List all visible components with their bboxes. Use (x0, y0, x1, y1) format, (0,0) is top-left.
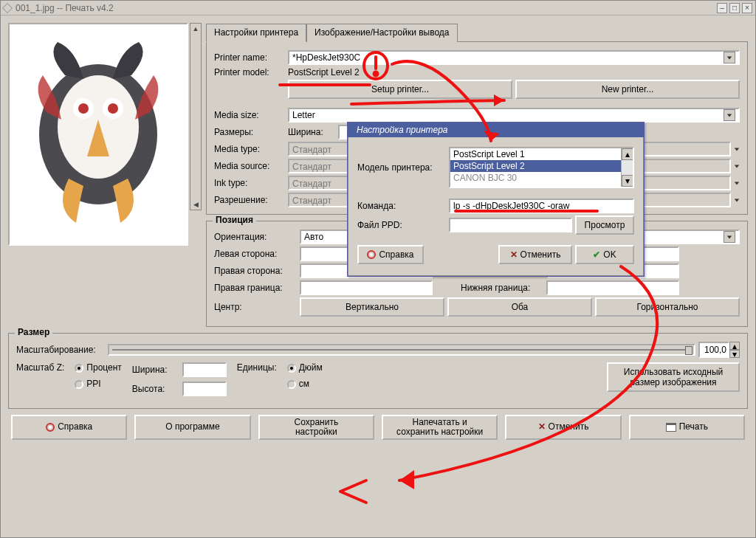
center-label: Центр: (214, 302, 297, 312)
chevron-down-icon[interactable] (734, 178, 740, 188)
tab-image-output[interactable]: Изображение/Настройки вывода (306, 24, 457, 42)
print-and-save-button[interactable]: Напечатать и сохранить настройки (382, 415, 498, 440)
up-arrow-icon[interactable]: ▲ (193, 25, 199, 32)
scaling-value-input[interactable] (698, 342, 729, 358)
svg-marker-13 (727, 235, 732, 238)
size-legend: Размер (15, 327, 52, 337)
command-label: Команда: (357, 201, 446, 211)
svg-marker-8 (727, 114, 732, 117)
scaling-spinner[interactable]: ▴▾ (698, 342, 740, 358)
window-menu-icon[interactable] (2, 2, 13, 13)
save-settings-button[interactable]: Сохранить настройки (258, 415, 374, 440)
printer-setup-dialog: Настройка принтера Модель принтера: Post… (347, 122, 645, 277)
help-button[interactable]: Справка (11, 415, 127, 440)
dimensions-label: Размеры: (214, 127, 285, 137)
dialog-ok-button[interactable]: ✔OK (575, 245, 634, 264)
media-size-label: Media size: (214, 110, 285, 120)
orientation-label: Ориентация: (214, 232, 297, 242)
print-icon (666, 423, 676, 432)
close-button[interactable]: × (742, 3, 752, 13)
svg-marker-7 (727, 56, 732, 59)
list-item[interactable]: CANON BJC 30 (450, 172, 633, 184)
window-title: 001_1.jpg -- Печать v4.2 (16, 3, 715, 13)
cancel-button[interactable]: ✕Отменить (505, 415, 621, 440)
cancel-icon: ✕ (510, 249, 518, 260)
help-icon (46, 423, 55, 432)
ppd-file-input[interactable] (449, 218, 572, 232)
up-arrow-icon[interactable]: ▴ (622, 148, 633, 160)
about-button[interactable]: О программе (134, 415, 250, 440)
right-border-label: Правая граница: (214, 283, 297, 293)
printer-model-label: Printer model: (214, 67, 285, 77)
right-side-label: Правая сторона: (214, 266, 297, 276)
units-label: Единицы: (237, 362, 277, 373)
tab-printer-settings[interactable]: Настройки принтера (206, 24, 306, 42)
dialog-titlebar[interactable]: Настройка принтера (348, 123, 644, 137)
chevron-down-icon[interactable] (724, 231, 735, 243)
chevron-down-icon[interactable] (724, 52, 735, 63)
printer-model-listbox[interactable]: PostScript Level 1 PostScript Level 2 CA… (449, 147, 634, 188)
preview-image (24, 38, 172, 230)
media-size-combo[interactable]: Letter (288, 108, 740, 123)
scalez-label: Масштаб Z: (16, 362, 64, 373)
width-label: Ширина: (288, 127, 335, 137)
cancel-icon: ✕ (538, 422, 546, 432)
svg-point-5 (108, 103, 118, 114)
size-height-input[interactable] (182, 382, 227, 396)
chevron-down-icon[interactable] (734, 144, 740, 154)
svg-marker-12 (735, 199, 739, 201)
spin-down-icon[interactable]: ▾ (729, 350, 740, 358)
maximize-button[interactable]: □ (729, 3, 740, 13)
preview-scrollbar[interactable]: ▲ ◀ (190, 23, 202, 210)
main-window: { "window": { "title": "001_1.jpg -- Печ… (0, 0, 756, 538)
center-horizontal-button[interactable]: Горизонтально (595, 297, 740, 317)
bottom-border-input[interactable] (546, 280, 679, 295)
chevron-down-icon[interactable] (734, 161, 740, 171)
browse-button[interactable]: Просмотр (575, 215, 634, 235)
model-label: Модель принтера: (357, 162, 446, 173)
scaling-slider[interactable] (108, 344, 695, 356)
resolution-label: Разрешение: (214, 195, 285, 205)
printer-model-value: PostScript Level 2 (288, 67, 360, 77)
command-input[interactable] (449, 199, 634, 213)
new-printer-button[interactable]: New printer... (515, 80, 740, 99)
printer-name-label: Printer name: (214, 52, 285, 63)
list-item[interactable]: PostScript Level 1 (450, 148, 633, 160)
radio-ppi[interactable] (75, 380, 83, 389)
ink-type-label: Ink type: (214, 178, 285, 188)
media-source-label: Media source: (214, 161, 285, 171)
svg-point-3 (78, 103, 89, 114)
dialog-help-button[interactable]: Справка (357, 245, 424, 264)
setup-printer-button[interactable]: Setup printer... (288, 80, 512, 99)
media-type-label: Media type: (214, 144, 285, 154)
left-arrow-icon[interactable]: ◀ (193, 201, 199, 208)
down-arrow-icon[interactable]: ▾ (622, 175, 633, 187)
use-original-size-button[interactable]: Использовать исходный размер изображения (607, 362, 740, 392)
printer-name-combo[interactable]: *HpDeskJet930C (288, 50, 740, 65)
chevron-down-icon[interactable] (734, 195, 740, 205)
center-both-button[interactable]: Оба (447, 297, 592, 317)
radio-inch[interactable] (287, 364, 296, 373)
listbox-scrollbar[interactable]: ▴ ▾ (621, 148, 633, 187)
bottom-border-label: Нижняя граница: (461, 283, 543, 293)
tabstrip: Настройки принтера Изображение/Настройки… (206, 23, 748, 41)
dialog-cancel-button[interactable]: ✕Отменить (498, 245, 572, 264)
print-button[interactable]: Печать (629, 415, 745, 440)
right-border-input[interactable] (300, 280, 433, 295)
minimize-button[interactable]: – (717, 3, 727, 13)
size-width-input[interactable] (182, 362, 227, 377)
dialog-title: Настройка принтера (357, 125, 448, 135)
size-group: Размер Масштабирование: ▴▾ Масштаб Z: Пр… (8, 333, 748, 409)
center-vertical-button[interactable]: Вертикально (300, 297, 444, 317)
svg-marker-9 (735, 148, 739, 151)
help-icon (367, 250, 376, 259)
position-legend: Позиция (213, 215, 256, 225)
ok-icon: ✔ (593, 249, 600, 260)
scaling-label: Масштабирование: (16, 345, 105, 355)
left-side-label: Левая сторона: (214, 249, 297, 259)
radio-percent[interactable] (75, 364, 83, 373)
list-item[interactable]: PostScript Level 2 (450, 160, 633, 172)
chevron-down-icon[interactable] (724, 109, 735, 121)
radio-cm[interactable] (287, 380, 296, 389)
svg-marker-11 (735, 182, 739, 184)
